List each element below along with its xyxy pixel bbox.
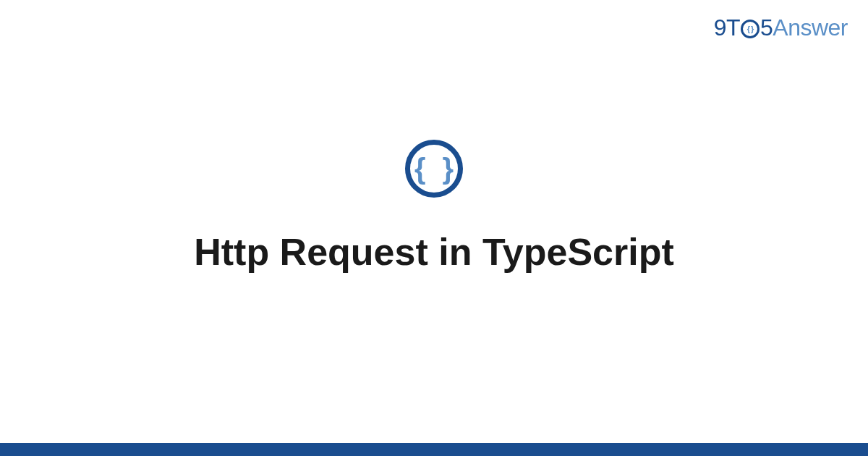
footer-accent-bar xyxy=(0,443,868,456)
topic-icon-circle: { } xyxy=(405,140,463,198)
braces-icon: { } xyxy=(414,154,458,183)
page-title: Http Request in TypeScript xyxy=(194,230,674,274)
main-content: { } Http Request in TypeScript xyxy=(0,0,868,456)
